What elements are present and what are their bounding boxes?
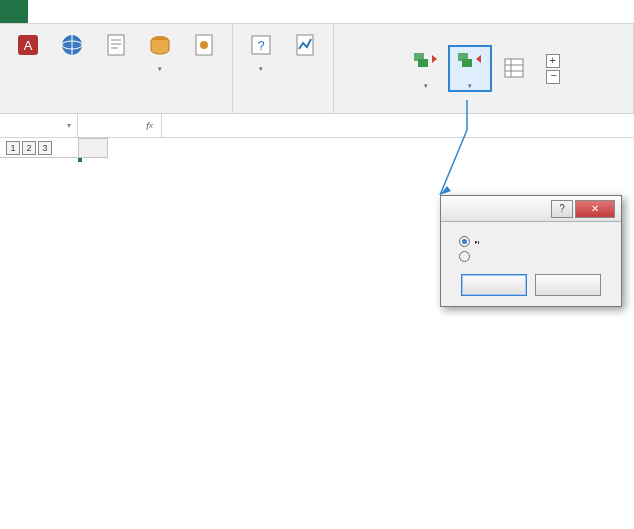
name-box[interactable]: ▾	[0, 114, 78, 137]
minus-icon: −	[546, 70, 560, 84]
outline-level-1[interactable]: 1	[6, 141, 20, 155]
svg-point-11	[200, 41, 208, 49]
ungroup-button[interactable]	[448, 45, 492, 92]
whatif-analysis-button[interactable]: ?	[239, 28, 283, 75]
help-button[interactable]: ?	[551, 200, 573, 218]
group-label	[239, 109, 327, 113]
from-other-sources-button[interactable]	[138, 28, 182, 75]
ungroup-dialog: ? ✕	[440, 195, 622, 307]
ok-button[interactable]	[461, 274, 527, 296]
radio-icon	[459, 236, 470, 247]
ribbon-tabs	[0, 0, 634, 24]
outline-level-2[interactable]: 2	[22, 141, 36, 155]
show-detail-button[interactable]: +	[542, 53, 564, 69]
ribbon: A ? + −	[0, 24, 634, 114]
tab-file[interactable]	[0, 0, 28, 23]
outline-pane: 1 2 3	[0, 138, 78, 158]
from-text-button[interactable]	[94, 28, 138, 64]
group-forecast: ?	[233, 24, 334, 113]
svg-rect-18	[462, 59, 472, 67]
existing-connections-button[interactable]	[182, 28, 226, 64]
dialog-titlebar[interactable]: ? ✕	[441, 196, 621, 222]
from-access-button[interactable]: A	[6, 28, 50, 64]
formula-bar-row: ▾ fx	[0, 114, 634, 138]
close-button[interactable]: ✕	[575, 200, 615, 218]
svg-rect-19	[505, 59, 523, 77]
radio-icon	[459, 251, 470, 262]
worksheet[interactable]	[78, 138, 108, 158]
svg-rect-16	[418, 59, 428, 67]
svg-marker-25	[440, 186, 451, 195]
group-outline: + −	[334, 24, 634, 113]
chevron-down-icon[interactable]: ▾	[67, 121, 71, 130]
hide-detail-button[interactable]: −	[542, 69, 564, 85]
group-label	[6, 109, 226, 113]
from-web-button[interactable]	[50, 28, 94, 64]
group-get-external-data: A	[0, 24, 233, 113]
select-all-corner[interactable]	[78, 138, 108, 158]
svg-text:A: A	[24, 38, 33, 53]
group-label	[340, 109, 627, 113]
cancel-button[interactable]	[535, 274, 601, 296]
svg-text:?: ?	[257, 38, 264, 53]
subtotal-button[interactable]	[492, 51, 536, 87]
svg-rect-5	[108, 35, 124, 55]
forecast-sheet-button[interactable]	[283, 28, 327, 64]
radio-columns[interactable]	[451, 249, 611, 264]
group-button[interactable]	[404, 45, 448, 92]
radio-rows[interactable]	[451, 234, 611, 249]
fx-icon[interactable]: fx	[138, 114, 162, 137]
outline-level-3[interactable]: 3	[38, 141, 52, 155]
selection-border	[78, 158, 82, 162]
plus-icon: +	[546, 54, 560, 68]
